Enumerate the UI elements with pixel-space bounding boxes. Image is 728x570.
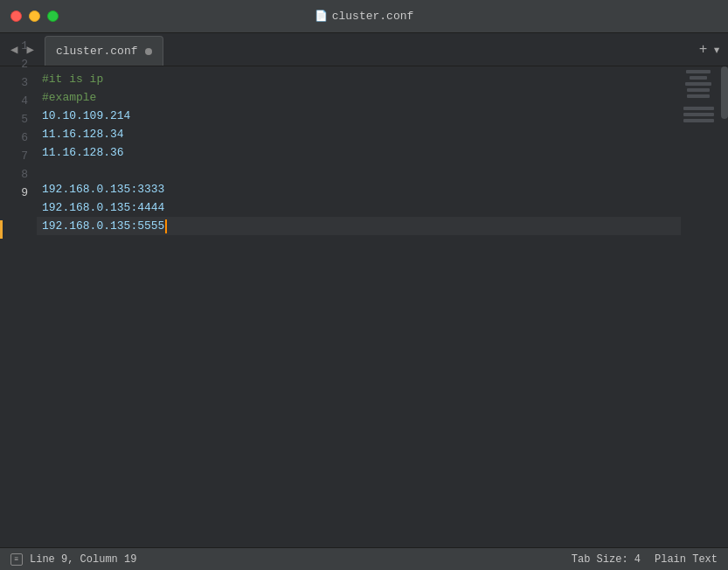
active-line-marker <box>0 220 3 239</box>
window-title: 📄 cluster.conf <box>315 10 414 23</box>
line-number-6: 6 <box>0 129 37 147</box>
line-number-7: 7 <box>0 147 37 165</box>
code-line-1: #it is ip <box>37 70 681 88</box>
status-bar: ≡ Line 9, Column 19 Tab Size: 4 Plain Te… <box>0 547 728 570</box>
tab-label: cluster.conf <box>56 45 138 58</box>
minimap-line <box>683 107 714 110</box>
code-line-9: 192.168.0.135:5555 <box>37 217 681 235</box>
code-line-2: #example <box>37 88 681 107</box>
gutter-overlay: 123456789 <box>0 66 37 202</box>
code-line-3: 10.10.109.214 <box>37 107 681 125</box>
close-button[interactable] <box>10 10 22 22</box>
tab-bar: ◀ ▶ cluster.conf + ▾ <box>0 33 728 66</box>
minimap <box>681 66 716 547</box>
status-icon: ≡ <box>10 553 23 566</box>
minimap-line <box>683 113 714 116</box>
file-tab[interactable]: cluster.conf <box>45 36 163 66</box>
status-right: Tab Size: 4 Plain Text <box>572 553 718 566</box>
line-number-3: 3 <box>0 73 37 92</box>
scrollbar-thumb[interactable] <box>721 66 728 119</box>
code-line-5: 11.16.128.36 <box>37 143 681 162</box>
minimap-line <box>686 70 711 73</box>
code-line-8: 192.168.0.135:4444 <box>37 198 681 217</box>
editor-container: 123456789 #it is ip#example10.10.109.214… <box>0 66 728 547</box>
tab-menu-button[interactable]: ▾ <box>712 41 721 59</box>
code-line-6 <box>37 162 681 180</box>
title-text: cluster.conf <box>332 10 414 23</box>
title-bar: 📄 cluster.conf <box>0 0 728 33</box>
traffic-lights <box>10 10 59 22</box>
scrollbar[interactable] <box>716 66 728 547</box>
line-number-2: 2 <box>0 66 37 73</box>
language-mode[interactable]: Plain Text <box>655 553 718 566</box>
line-number-5: 5 <box>0 110 37 129</box>
minimap-line <box>690 76 707 80</box>
status-left: ≡ Line 9, Column 19 <box>10 553 136 566</box>
tab-size[interactable]: Tab Size: 4 <box>572 553 641 566</box>
scrollbar-track <box>721 66 728 547</box>
code-editor[interactable]: #it is ip#example10.10.109.21411.16.128.… <box>37 66 681 547</box>
minimize-button[interactable] <box>29 10 40 22</box>
minimap-line <box>687 94 710 98</box>
minimap-line <box>685 82 711 86</box>
code-line-7: 192.168.0.135:3333 <box>37 180 681 198</box>
code-line-4: 11.16.128.34 <box>37 125 681 143</box>
maximize-button[interactable] <box>47 10 59 22</box>
cursor-position: Line 9, Column 19 <box>30 553 136 566</box>
line-number-8: 8 <box>0 165 37 184</box>
new-tab-button[interactable]: + <box>699 42 708 58</box>
line-number-4: 4 <box>0 92 37 110</box>
minimap-line <box>687 88 710 92</box>
minimap-line <box>683 119 714 122</box>
line-number-9: 9 <box>0 184 37 202</box>
file-icon: 📄 <box>315 10 328 23</box>
tab-bar-actions: + ▾ <box>699 33 721 66</box>
tab-dirty-indicator <box>145 48 152 55</box>
